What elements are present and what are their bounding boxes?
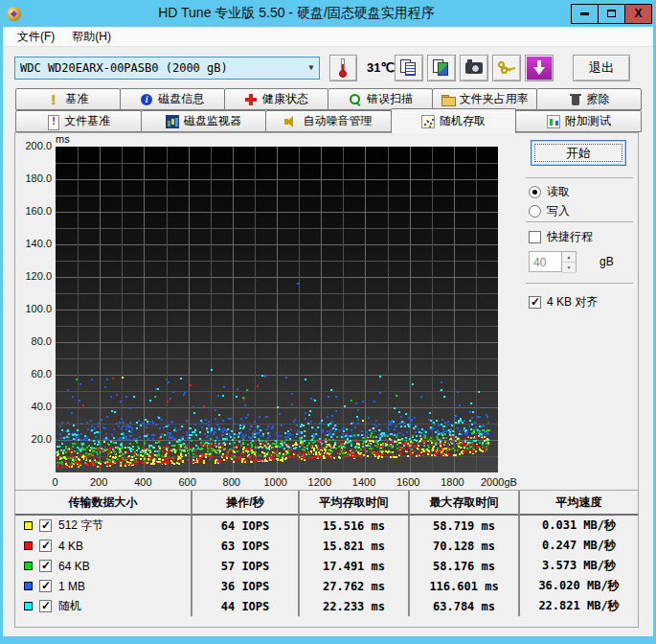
app-icon <box>7 7 21 21</box>
toolbar-button-group <box>395 55 557 81</box>
table-header-0: 传输数据大小 <box>15 491 191 516</box>
legend-swatch <box>24 541 33 550</box>
table-header-3: 最大存取时间 <box>408 491 518 516</box>
tab-erase-label: 擦除 <box>587 91 610 107</box>
write-label: 写入 <box>547 203 570 219</box>
series-checkbox[interactable] <box>39 600 52 612</box>
read-option[interactable]: 读取 <box>529 184 570 200</box>
tab-disk-monitor[interactable]: 磁盘监视器 <box>141 110 267 132</box>
exit-button[interactable]: 退出 <box>573 55 630 81</box>
download-icon <box>533 60 545 76</box>
folder-icon <box>441 93 455 106</box>
table-cell: 58.719 ms <box>408 516 518 536</box>
series-checkbox[interactable] <box>39 540 52 552</box>
tab-random-access[interactable]: 随机存取 <box>391 108 517 133</box>
table-header-1: 操作/秒 <box>191 491 298 516</box>
x-tick-label: 1600 <box>396 476 419 488</box>
bar-chart-icon <box>166 115 179 128</box>
maximize-icon <box>607 10 616 17</box>
table-cell: 116.601 ms <box>408 576 518 596</box>
table-header-4: 平均速度 <box>518 491 638 516</box>
tab-file-benchmark[interactable]: 文件基准 <box>15 110 142 132</box>
capacity-spinner[interactable]: ▲▼ <box>561 252 576 271</box>
tab-file-benchmark-label: 文件基准 <box>64 113 110 129</box>
title-bar: HD Tune 专业版 5.50 - 硬盘/固态硬盘实用程序 X <box>0 0 656 27</box>
separator <box>526 177 633 178</box>
download-button[interactable] <box>525 55 554 81</box>
capacity-input[interactable]: 40 ▲▼ <box>529 251 577 272</box>
read-radio[interactable] <box>529 186 541 198</box>
legend-swatch <box>24 602 33 610</box>
results-table: 传输数据大小操作/秒平均存取时间最大存取时间平均速度512 字节64 IOPS1… <box>15 490 638 628</box>
align-checkbox[interactable] <box>529 296 541 309</box>
temperature-button[interactable] <box>329 55 357 81</box>
series-checkbox[interactable] <box>39 560 52 572</box>
exclamation-icon <box>47 93 60 106</box>
y-tick-label: 40.0 <box>15 401 52 412</box>
spinner-up-icon[interactable]: ▲ <box>562 252 576 263</box>
tab-aam[interactable]: 自动噪音管理 <box>265 110 392 132</box>
spinner-down-icon[interactable]: ▼ <box>562 263 576 273</box>
series-label: 1 MB <box>58 580 85 593</box>
capacity-unit-label: gB <box>599 255 614 268</box>
series-checkbox[interactable] <box>39 519 52 532</box>
series-label: 4 KB <box>58 540 83 553</box>
tab-erase[interactable]: 擦除 <box>536 88 642 110</box>
menu-bar: 文件(F) 帮助(H) <box>3 27 653 47</box>
copy-image-icon <box>433 59 450 77</box>
capacity-value: 40 <box>530 252 561 271</box>
copy-image-button[interactable] <box>427 55 456 81</box>
info-icon <box>140 93 153 106</box>
close-button[interactable]: X <box>624 4 652 24</box>
x-tick-label: 200 <box>90 476 107 488</box>
file-exclamation-icon <box>46 115 59 128</box>
screenshot-button[interactable] <box>460 55 488 81</box>
tab-health[interactable]: 健康状态 <box>224 88 329 110</box>
test-controls: 开始 读取 写入 快捷行程 40 ▲▼ <box>526 133 633 488</box>
start-button[interactable]: 开始 <box>531 140 626 166</box>
short-stroke-checkbox[interactable] <box>529 231 541 243</box>
close-icon: X <box>634 7 642 20</box>
table-cell: 63 IOPS <box>191 536 298 556</box>
tab-extra-tests[interactable]: 附加测试 <box>515 110 642 132</box>
tab-control: 基准磁盘信息健康状态错误扫描文件夹占用率擦除 文件基准磁盘监视器自动噪音管理随机… <box>15 88 641 132</box>
table-cell: 0.247 MB/秒 <box>518 536 638 556</box>
maximize-button[interactable] <box>598 4 625 24</box>
short-stroke-option[interactable]: 快捷行程 <box>529 229 593 245</box>
chevron-down-icon: ▼ <box>304 63 319 72</box>
write-option[interactable]: 写入 <box>529 203 570 219</box>
tab-error-scan[interactable]: 错误扫描 <box>328 88 433 110</box>
table-cell: 15.821 ms <box>298 536 408 556</box>
minimize-button[interactable] <box>571 4 599 24</box>
menu-help[interactable]: 帮助(H) <box>63 27 120 47</box>
align-option[interactable]: 4 KB 对齐 <box>529 294 598 310</box>
table-cell: 0.031 MB/秒 <box>518 516 638 536</box>
table-cell: 17.491 ms <box>298 556 408 576</box>
x-tick-label: 2000gB <box>481 476 517 488</box>
copy-text-icon <box>400 59 418 77</box>
drive-select[interactable]: WDC WD20EARX-00PASB0 (2000 gB) ▼ <box>14 57 320 80</box>
menu-file[interactable]: 文件(F) <box>9 27 63 47</box>
table-row-2-legend: 64 KB <box>15 556 191 576</box>
copy-text-button[interactable] <box>395 55 423 81</box>
align-label: 4 KB 对齐 <box>547 294 598 310</box>
tab-folder-usage[interactable]: 文件夹占用率 <box>432 88 537 110</box>
random-access-chart <box>56 147 498 472</box>
toolbar: WDC WD20EARX-00PASB0 (2000 gB) ▼ 31℃ <box>3 47 653 88</box>
table-header-2: 平均存取时间 <box>298 491 408 516</box>
register-button[interactable] <box>492 55 521 81</box>
table-cell: 22.821 MB/秒 <box>518 596 638 616</box>
tab-row-2: 文件基准磁盘监视器自动噪音管理随机存取附加测试 <box>15 110 641 132</box>
health-cross-icon <box>244 93 258 106</box>
y-tick-label: 60.0 <box>15 368 52 380</box>
legend-swatch <box>24 582 33 590</box>
series-checkbox[interactable] <box>39 580 52 592</box>
tab-benchmark[interactable]: 基准 <box>15 88 121 110</box>
tab-error-scan-label: 错误扫描 <box>367 91 413 107</box>
tab-disk-info[interactable]: 磁盘信息 <box>120 88 225 110</box>
x-tick-label: 1000 <box>263 476 286 488</box>
x-tick-label: 0 <box>53 476 58 488</box>
app-window: HD Tune 专业版 5.50 - 硬盘/固态硬盘实用程序 X 文件(F) 帮… <box>0 0 656 644</box>
y-tick-label: 120.0 <box>15 270 52 282</box>
write-radio[interactable] <box>529 205 541 218</box>
